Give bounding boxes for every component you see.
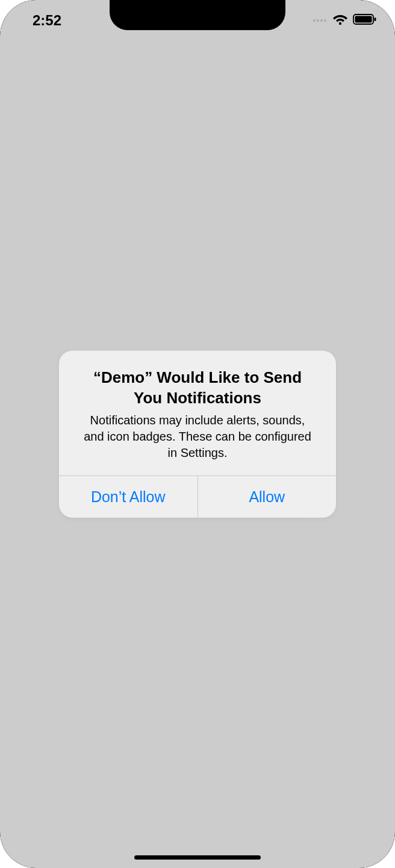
clock-label: 2:52 bbox=[18, 7, 61, 29]
signal-dots-icon bbox=[313, 19, 326, 22]
corner-fill bbox=[0, 820, 48, 868]
status-right-group bbox=[313, 8, 377, 28]
battery-icon bbox=[353, 13, 377, 28]
phone-screen: 2:52 “Demo” Would L bbox=[0, 0, 395, 868]
svg-rect-3 bbox=[375, 17, 376, 21]
status-bar: 2:52 bbox=[0, 0, 395, 36]
corner-fill bbox=[347, 820, 395, 868]
home-indicator[interactable] bbox=[134, 855, 261, 860]
alert-body: “Demo” Would Like to Send You Notificati… bbox=[59, 351, 336, 476]
alert-title: “Demo” Would Like to Send You Notificati… bbox=[73, 368, 322, 409]
dont-allow-button[interactable]: Don’t Allow bbox=[59, 476, 198, 517]
alert-message: Notifications may include alerts, sounds… bbox=[73, 412, 322, 461]
alert-button-row: Don’t Allow Allow bbox=[59, 475, 336, 517]
notification-permission-alert: “Demo” Would Like to Send You Notificati… bbox=[59, 351, 336, 518]
allow-button[interactable]: Allow bbox=[198, 476, 337, 517]
svg-rect-2 bbox=[355, 16, 372, 23]
svg-point-0 bbox=[339, 22, 341, 25]
wifi-icon bbox=[332, 13, 348, 28]
